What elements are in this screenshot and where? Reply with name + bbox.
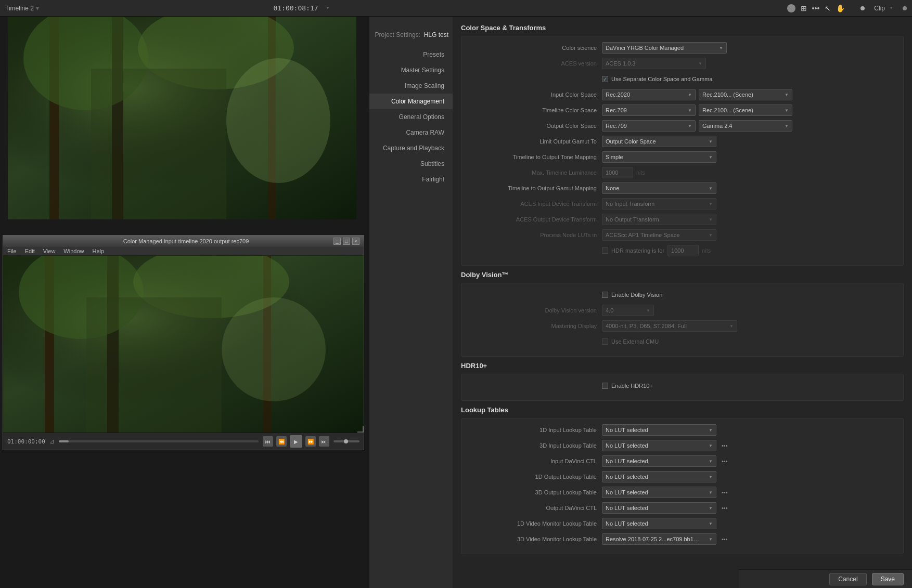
sidebar-item-image-scaling[interactable]: Image Scaling: [369, 78, 453, 94]
hdr10plus-section: Enable HDR10+: [461, 374, 904, 401]
lut-label-0: 1D Input Lookup Table: [467, 427, 602, 433]
tone-mapping-row: Timeline to Output Tone Mapping Simple ▼: [467, 151, 898, 163]
lut-dropdown-0[interactable]: No LUT selected ▼: [602, 424, 716, 436]
video-frame: [8, 17, 356, 219]
go-to-end-button[interactable]: ⏭: [319, 436, 329, 447]
dv-arrow: ▼: [646, 308, 650, 313]
sidebar-item-camera-raw[interactable]: Camera RAW: [369, 125, 453, 140]
use-separate-checkbox[interactable]: [602, 76, 608, 82]
mastering-display-label: Mastering Display: [467, 323, 602, 329]
log-arrow: ▼: [709, 139, 713, 144]
color-space-section-title: Color Space & Transforms: [461, 24, 904, 32]
use-external-cmu-controls: Use External CMU: [602, 338, 898, 345]
color-science-dropdown[interactable]: DaVinci YRGB Color Managed ▼: [602, 42, 727, 54]
sidebar-item-capture-playback[interactable]: Capture and Playback: [369, 140, 453, 156]
go-to-start-button[interactable]: ⏮: [263, 436, 273, 447]
close-button[interactable]: ×: [352, 238, 359, 245]
lut-dropdown-6[interactable]: No LUT selected ▼: [602, 518, 716, 529]
clip-label[interactable]: Clip: [874, 5, 885, 12]
progress-bar[interactable]: [59, 440, 259, 442]
top-bar-center: 01:00:08:17 ▾: [273, 4, 328, 12]
menu-window[interactable]: Window: [63, 248, 84, 254]
marker-icon[interactable]: ⊿: [49, 438, 55, 445]
use-external-cmu-checkbox: [602, 338, 608, 345]
save-button[interactable]: Save: [872, 573, 904, 585]
fast-forward-button[interactable]: ⏩: [305, 436, 316, 447]
input-color-space-dropdown2[interactable]: Rec.2100... (Scene) ▼: [699, 89, 792, 100]
record-icon[interactable]: [787, 4, 795, 12]
output-color-space-controls: Rec.709 ▼ Gamma 2.4 ▼: [602, 120, 898, 132]
gamut-mapping-dropdown[interactable]: None ▼: [602, 182, 716, 194]
process-node-luts-controls: ACEScc AP1 Timeline Space ▼: [602, 229, 898, 241]
minimize-button[interactable]: _: [333, 238, 341, 245]
project-settings-header: Project Settings: HLG test: [369, 27, 453, 47]
tone-mapping-dropdown[interactable]: Simple ▼: [602, 151, 716, 163]
lut-more-7[interactable]: •••: [720, 536, 730, 542]
lut-dropdown-2[interactable]: No LUT selected ▼: [602, 455, 716, 467]
sidebar-item-general-options[interactable]: General Options: [369, 109, 453, 125]
lut-controls-0: No LUT selected ▼: [602, 424, 898, 436]
lut-dropdown-4[interactable]: No LUT selected ▼: [602, 487, 716, 498]
timeline-cs-dropdown2[interactable]: Rec.2100... (Scene) ▼: [699, 104, 792, 116]
floating-window-titlebar: Color Managed input-timeline 2020 output…: [3, 236, 364, 247]
sidebar-item-subtitles[interactable]: Subtitles: [369, 156, 453, 172]
rewind-button[interactable]: ⏪: [276, 436, 287, 447]
process-node-luts-label: Process Node LUTs in: [467, 232, 602, 238]
lut-more-2[interactable]: •••: [720, 458, 730, 464]
color-science-label: Color science: [467, 45, 602, 51]
color-space-section: Color science DaVinci YRGB Color Managed…: [461, 36, 904, 266]
menu-view[interactable]: View: [43, 248, 56, 254]
more-options-icon[interactable]: •••: [812, 4, 820, 12]
grid-icon[interactable]: ⊞: [801, 4, 807, 12]
output-cs-dropdown2[interactable]: Gamma 2.4 ▼: [699, 120, 792, 132]
output-color-space-label: Output Color Space: [467, 123, 602, 129]
lut-dropdown-1[interactable]: No LUT selected ▼: [602, 440, 716, 451]
svg-rect-7: [91, 69, 226, 219]
enable-dolby-checkbox[interactable]: [602, 292, 608, 298]
timecode-display: 01:00:08:17: [273, 4, 318, 12]
maximize-button[interactable]: □: [343, 238, 350, 245]
lut-arrow-3: ▼: [709, 475, 713, 479]
cancel-button[interactable]: Cancel: [829, 573, 866, 585]
lut-more-5[interactable]: •••: [720, 505, 730, 511]
dolby-version-row: Dolby Vision version 4.0 ▼: [467, 304, 898, 317]
volume-slider[interactable]: [333, 440, 359, 442]
play-button[interactable]: ▶: [290, 435, 302, 448]
resize-handle[interactable]: [357, 426, 364, 433]
menu-file[interactable]: File: [7, 248, 17, 254]
timecode-arrow[interactable]: ▾: [327, 6, 329, 10]
timeline-cs-dropdown1[interactable]: Rec.709 ▼: [602, 104, 696, 116]
lut-more-4[interactable]: •••: [720, 489, 730, 495]
use-separate-row: Use Separate Color Space and Gamma: [467, 73, 898, 85]
lut-label-5: Output DaVinci CTL: [467, 505, 602, 511]
limit-output-gamut-dropdown[interactable]: Output Color Space ▼: [602, 136, 716, 147]
timeline-label[interactable]: Timeline 2 ▾: [5, 5, 39, 12]
sidebar-item-presets[interactable]: Presets: [369, 47, 453, 62]
lut-dropdown-5[interactable]: No LUT selected ▼: [602, 502, 716, 514]
mastering-display-row: Mastering Display 4000-nit, P3, D65, ST.…: [467, 320, 898, 332]
playback-controls: ⏮ ⏪ ▶ ⏩ ⏭: [263, 435, 329, 448]
tone-mapping-label: Timeline to Output Tone Mapping: [467, 154, 602, 160]
input-color-space-dropdown1[interactable]: Rec.2020 ▼: [602, 89, 696, 100]
color-science-row: Color science DaVinci YRGB Color Managed…: [467, 42, 898, 54]
lut-row-3: 1D Output Lookup Table No LUT selected ▼: [467, 471, 898, 483]
max-luminance-controls: nits: [602, 167, 898, 178]
enable-hdr10plus-checkbox[interactable]: [602, 383, 608, 389]
output-cs-dropdown1[interactable]: Rec.709 ▼: [602, 120, 696, 132]
lut-label-6: 1D Video Monitor Lookup Table: [467, 520, 602, 527]
menu-help[interactable]: Help: [92, 248, 104, 254]
lut-more-1[interactable]: •••: [720, 442, 730, 449]
clip-dot: [903, 6, 907, 10]
menu-edit[interactable]: Edit: [25, 248, 35, 254]
window-controls[interactable]: _ □ ×: [333, 238, 359, 245]
sidebar-item-color-management[interactable]: Color Management: [369, 94, 453, 109]
timeline-color-space-row: Timeline Color Space Rec.709 ▼ Rec.2100.…: [467, 104, 898, 116]
aces-input-transform-row: ACES Input Device Transform No Input Tra…: [467, 198, 898, 210]
lut-dropdown-7[interactable]: Resolve 2018-07-25 2...ec709.bb1.0.2.2Gr…: [602, 533, 716, 545]
lut-dropdown-3[interactable]: No LUT selected ▼: [602, 471, 716, 482]
sidebar-item-master-settings[interactable]: Master Settings: [369, 62, 453, 78]
cursor-icon[interactable]: ↖: [825, 4, 831, 12]
hand-icon[interactable]: ✋: [836, 4, 845, 12]
sidebar-item-fairlight[interactable]: Fairlight: [369, 172, 453, 187]
top-bar-right: ⊞ ••• ↖ ✋ Clip ▾: [787, 4, 907, 12]
